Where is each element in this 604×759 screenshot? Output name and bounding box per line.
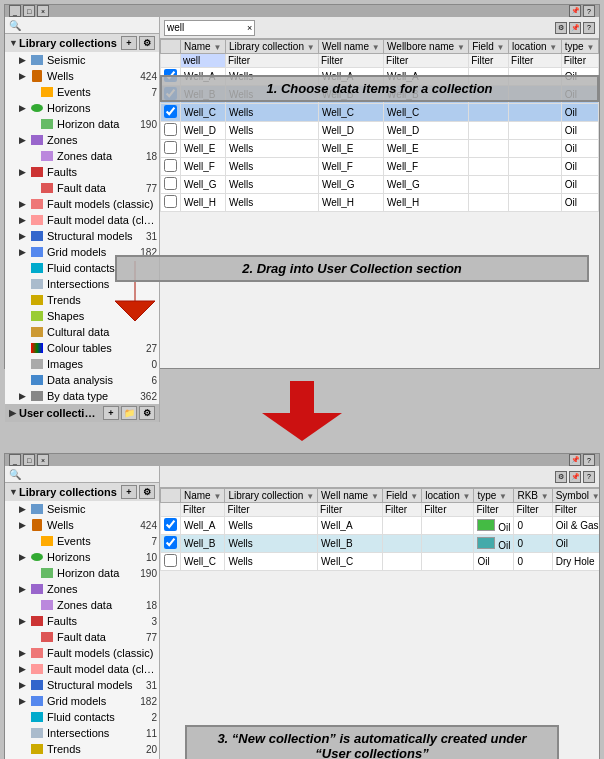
table-help-icon[interactable]: ? (583, 22, 595, 34)
sidebar-item-wells[interactable]: ▶ Wells 424 (5, 68, 159, 84)
col-wellbore[interactable]: Wellbore name ▼ (384, 40, 469, 54)
structural-label: Structural models (47, 230, 144, 242)
clear-search-icon[interactable]: × (247, 23, 252, 33)
b-pin-icon[interactable]: 📌 (569, 454, 581, 466)
b-help-icon[interactable]: ? (583, 454, 595, 466)
b-restore-icon[interactable]: □ (23, 454, 35, 466)
b-row-checkbox[interactable] (164, 536, 177, 549)
sidebar-item-events[interactable]: Events 7 (5, 84, 159, 100)
table-settings-icon[interactable]: ⚙ (555, 22, 567, 34)
row-checkbox[interactable] (164, 177, 177, 190)
b-col-type[interactable]: type ▼ (474, 489, 514, 503)
b-col-library[interactable]: Library collection ▼ (225, 489, 318, 503)
filter-name[interactable] (181, 54, 225, 67)
b-sidebar-item-zonesdata[interactable]: Zones data 18 (5, 597, 159, 613)
row-checkbox[interactable] (164, 195, 177, 208)
sidebar-item-zones[interactable]: ▶ Zones (5, 132, 159, 148)
filter-wellname[interactable] (319, 54, 383, 67)
b-filter-type[interactable] (474, 503, 513, 516)
filter-library[interactable] (226, 54, 318, 67)
col-type[interactable]: type ▼ (561, 40, 598, 54)
sidebar-item-horizondata[interactable]: Horizon data 190 (5, 116, 159, 132)
b-sidebar-item-faults[interactable]: ▶ Faults 3 (5, 613, 159, 629)
col-field[interactable]: Field ▼ (469, 40, 509, 54)
b-col-rkb[interactable]: RKB ▼ (514, 489, 552, 503)
b-minimize-icon[interactable]: _ (9, 454, 21, 466)
row-checkbox[interactable] (164, 159, 177, 172)
b-filter-symbol[interactable] (553, 503, 599, 516)
b-table-pin-icon[interactable]: 📌 (569, 471, 581, 483)
col-wellname[interactable]: Well name ▼ (318, 40, 383, 54)
filter-wellbore[interactable] (384, 54, 468, 67)
b-add-collection-icon[interactable]: + (121, 485, 137, 499)
row-checkbox[interactable] (164, 123, 177, 136)
library-collections-header[interactable]: ▼ Library collections + ⚙ (5, 34, 159, 52)
sidebar-item-faultmodeldata[interactable]: ▶ Fault model data (classic) (5, 212, 159, 228)
arrow-divider (4, 373, 600, 449)
b-filter-library[interactable] (225, 503, 317, 516)
b-library-collections-header[interactable]: ▼ Library collections + ⚙ (5, 483, 159, 501)
b-sidebar-item-intersections[interactable]: Intersections 11 (5, 725, 159, 741)
col-location[interactable]: location ▼ (509, 40, 562, 54)
b-table-help-icon[interactable]: ? (583, 471, 595, 483)
filter-field[interactable] (469, 54, 508, 67)
sidebar-item-colour[interactable]: Colour tables 27 (5, 340, 159, 356)
b-table-settings-icon[interactable]: ⚙ (555, 471, 567, 483)
b-col-wellname[interactable]: Well name ▼ (318, 489, 383, 503)
sidebar-item-faultmodel[interactable]: ▶ Fault models (classic) (5, 196, 159, 212)
filter-location[interactable] (509, 54, 561, 67)
b-row-checkbox[interactable] (164, 518, 177, 531)
close-icon[interactable]: × (37, 5, 49, 17)
col-library[interactable]: Library collection ▼ (225, 40, 318, 54)
b-sidebar-item-faultmodeldata[interactable]: ▶ Fault model data (classic) (5, 661, 159, 677)
b-sidebar-item-wells[interactable]: ▶ Wells 424 (5, 517, 159, 533)
sidebar-item-horizons[interactable]: ▶ Horizons (5, 100, 159, 116)
b-sidebar-item-structural[interactable]: ▶ Structural models 31 (5, 677, 159, 693)
col-name[interactable]: Name ▼ (181, 40, 226, 54)
b-close-icon[interactable]: × (37, 454, 49, 466)
b-sidebar-item-events[interactable]: Events 7 (5, 533, 159, 549)
b-sidebar-item-horizondata[interactable]: Horizon data 190 (5, 565, 159, 581)
sidebar-item-seismic[interactable]: ▶ Seismic (5, 52, 159, 68)
b-filter-name[interactable] (181, 503, 224, 516)
b-sidebar-item-zones[interactable]: ▶ Zones (5, 581, 159, 597)
row-checkbox[interactable] (164, 105, 177, 118)
restore-icon[interactable]: □ (23, 5, 35, 17)
b-col-field[interactable]: Field ▼ (382, 489, 421, 503)
b-filter-location[interactable] (422, 503, 473, 516)
sidebar-item-images[interactable]: Images 0 (5, 356, 159, 372)
b-col-name[interactable]: Name ▼ (181, 489, 225, 503)
add-collection-icon[interactable]: + (121, 36, 137, 50)
sidebar-item-faultdata[interactable]: Fault data 77 (5, 180, 159, 196)
filter-collection-icon[interactable]: ⚙ (139, 36, 155, 50)
b-col-location[interactable]: location ▼ (422, 489, 474, 503)
b-filter-collection-icon[interactable]: ⚙ (139, 485, 155, 499)
b-row-checkbox[interactable] (164, 554, 177, 567)
sidebar-item-zonesdata[interactable]: Zones data 18 (5, 148, 159, 164)
b-sidebar-item-grid[interactable]: ▶ Grid models 182 (5, 693, 159, 709)
sidebar-item-faults[interactable]: ▶ Faults (5, 164, 159, 180)
pin-icon[interactable]: 📌 (569, 5, 581, 17)
row-checkbox[interactable] (164, 141, 177, 154)
minimize-icon[interactable]: _ (9, 5, 21, 17)
b-filter-rkb[interactable] (514, 503, 551, 516)
sidebar-search-input[interactable] (23, 18, 156, 32)
filter-type[interactable] (562, 54, 598, 67)
table-search-input[interactable] (167, 22, 247, 33)
b-sidebar-search-input[interactable] (23, 467, 156, 481)
sidebar-item-structural[interactable]: ▶ Structural models 31 (5, 228, 159, 244)
b-sidebar-item-faultmodel[interactable]: ▶ Fault models (classic) (5, 645, 159, 661)
b-sidebar-item-fluid[interactable]: Fluid contacts 2 (5, 709, 159, 725)
bottom-table-body: Well_A Wells Well_A Oil 0 Oil & Gas (161, 517, 600, 571)
bottom-table-wrapper[interactable]: Name ▼ Library collection ▼ Well name ▼ … (160, 488, 599, 759)
b-filter-field[interactable] (383, 503, 421, 516)
b-filter-wellname[interactable] (318, 503, 382, 516)
faults-label: Faults (47, 166, 155, 178)
b-col-symbol[interactable]: Symbol ▼ (552, 489, 599, 503)
b-sidebar-item-faultdata[interactable]: Fault data 77 (5, 629, 159, 645)
b-sidebar-item-horizons[interactable]: ▶ Horizons 10 (5, 549, 159, 565)
table-pin-icon[interactable]: 📌 (569, 22, 581, 34)
help-icon[interactable]: ? (583, 5, 595, 17)
b-sidebar-item-trends[interactable]: Trends 20 (5, 741, 159, 757)
b-sidebar-item-seismic[interactable]: ▶ Seismic (5, 501, 159, 517)
